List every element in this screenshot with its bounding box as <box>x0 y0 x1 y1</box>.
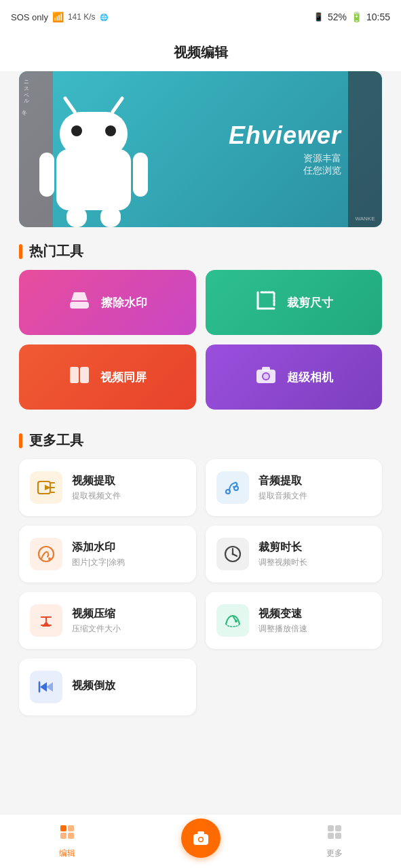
reverse-video-text: 视频倒放 <box>72 679 115 695</box>
battery-label: 52% <box>328 12 347 22</box>
hot-tools-title: 热门工具 <box>29 242 83 260</box>
svg-rect-17 <box>262 367 270 371</box>
trim-duration-text: 裁剪时长 调整视频时长 <box>259 540 307 568</box>
compress-video-icon <box>30 604 62 637</box>
more-tools-title: 更多工具 <box>29 431 83 450</box>
hot-tool-split-screen[interactable]: 视频同屏 <box>19 344 196 410</box>
video-extract-icon <box>30 471 62 504</box>
change-speed-text: 视频变速 调整播放倍速 <box>259 607 307 635</box>
svg-line-4 <box>65 98 75 112</box>
svg-point-23 <box>226 490 230 494</box>
svg-rect-49 <box>328 825 334 831</box>
banner-text: Ehviewer 资源丰富 任您浏览 <box>229 121 341 177</box>
super-camera-label: 超级相机 <box>287 370 333 385</box>
banner-side-right: WANKE <box>348 71 382 227</box>
more-tool-reverse-video[interactable]: 视频倒放 <box>19 658 196 715</box>
svg-rect-6 <box>39 153 54 197</box>
erase-watermark-label: 擦除水印 <box>101 295 147 311</box>
split-screen-label: 视频同屏 <box>100 370 147 385</box>
svg-rect-7 <box>133 153 148 197</box>
change-speed-icon <box>216 604 249 637</box>
svg-marker-37 <box>40 682 47 692</box>
hot-tool-super-camera[interactable]: 超级相机 <box>206 344 383 410</box>
svg-rect-0 <box>56 149 131 210</box>
time-label: 10:55 <box>366 12 390 22</box>
sim-icon: 📱 <box>313 12 324 22</box>
add-watermark-text: 添加水印 图片|文字|涂鸦 <box>72 540 125 568</box>
svg-marker-11 <box>71 292 88 300</box>
crop-icon <box>254 289 278 317</box>
android-bot-icon <box>39 92 148 227</box>
svg-rect-51 <box>328 833 334 839</box>
status-bar: SOS only 📶 141 K/s 🌐 📱 52% 🔋 10:55 <box>0 0 401 34</box>
svg-point-26 <box>48 557 51 560</box>
hot-tools-header: 热门工具 <box>0 227 401 270</box>
svg-rect-8 <box>66 207 87 227</box>
more-tools-header: 更多工具 <box>0 416 401 459</box>
add-watermark-icon <box>30 538 62 570</box>
more-nav-label: 更多 <box>326 848 343 859</box>
audio-extract-text: 音频提取 提取音频文件 <box>259 474 307 502</box>
bottom-nav: 编辑 更多 <box>0 814 401 868</box>
svg-rect-40 <box>60 825 66 831</box>
svg-rect-42 <box>60 833 66 839</box>
section-bar <box>19 244 22 259</box>
svg-rect-12 <box>70 367 79 383</box>
svg-rect-52 <box>335 833 341 839</box>
banner-tagline1: 资源丰富 <box>229 153 341 165</box>
hot-tool-crop-size[interactable]: 裁剪尺寸 <box>206 270 383 335</box>
svg-rect-41 <box>68 825 74 831</box>
split-screen-icon <box>68 363 91 391</box>
svg-rect-48 <box>197 831 204 835</box>
svg-point-36 <box>235 620 237 623</box>
hot-tool-erase-watermark[interactable]: 擦除水印 <box>19 270 196 335</box>
page-title: 视频编辑 <box>0 34 401 71</box>
battery-icon: 🔋 <box>351 12 362 22</box>
nav-item-camera[interactable] <box>134 818 267 865</box>
more-tool-video-extract[interactable]: 视频提取 提取视频文件 <box>19 459 196 516</box>
svg-rect-13 <box>80 367 89 383</box>
more-tool-compress-video[interactable]: 视频压缩 压缩文件大小 <box>19 592 196 649</box>
svg-rect-10 <box>70 302 89 309</box>
more-nav-icon <box>326 823 343 845</box>
banner-tagline2: 任您浏览 <box>229 165 341 177</box>
speed-label: 141 K/s <box>68 12 96 22</box>
audio-extract-icon <box>216 471 249 504</box>
hot-tools-grid: 擦除水印 裁剪尺寸 视频同屏 <box>0 270 401 416</box>
erase-watermark-icon <box>67 288 92 317</box>
svg-point-24 <box>234 486 238 490</box>
camera-icon <box>254 363 278 391</box>
banner[interactable]: ニスペル 冬 Ehviewer 资源丰富 任您浏览 WANKE <box>19 71 382 227</box>
more-tool-add-watermark[interactable]: 添加水印 图片|文字|涂鸦 <box>19 526 196 583</box>
banner-app-name: Ehviewer <box>229 121 341 150</box>
svg-rect-50 <box>335 825 341 831</box>
crop-size-label: 裁剪尺寸 <box>287 295 333 311</box>
svg-rect-1 <box>60 112 128 156</box>
edit-nav-label: 编辑 <box>59 848 75 859</box>
svg-rect-9 <box>100 207 121 227</box>
compress-video-text: 视频压缩 压缩文件大小 <box>72 607 121 635</box>
camera-center-button[interactable] <box>181 818 221 858</box>
svg-point-16 <box>263 374 269 379</box>
reverse-video-icon <box>30 671 62 703</box>
edit-nav-icon <box>58 823 76 845</box>
nav-item-edit[interactable]: 编辑 <box>0 823 134 859</box>
status-right: 📱 52% 🔋 10:55 <box>313 12 390 22</box>
video-extract-text: 视频提取 提取视频文件 <box>72 474 121 502</box>
more-tool-audio-extract[interactable]: 音频提取 提取音频文件 <box>206 459 383 516</box>
svg-point-2 <box>71 125 82 136</box>
svg-point-47 <box>199 837 202 841</box>
sos-label: SOS only <box>11 12 48 22</box>
svg-marker-38 <box>46 682 53 692</box>
network-icon: 🌐 <box>100 14 108 21</box>
more-tools-grid: 视频提取 提取视频文件 音频提取 提取音频文件 添加水印 <box>0 459 401 725</box>
signal-icon: 📶 <box>52 12 64 22</box>
svg-line-5 <box>113 98 122 112</box>
svg-point-3 <box>105 125 116 136</box>
more-tool-trim-duration[interactable]: 裁剪时长 调整视频时长 <box>206 526 383 583</box>
nav-item-more[interactable]: 更多 <box>267 823 401 859</box>
status-left: SOS only 📶 141 K/s 🌐 <box>11 12 108 22</box>
more-tool-change-speed[interactable]: 视频变速 调整播放倍速 <box>206 592 383 649</box>
trim-duration-icon <box>216 538 249 570</box>
more-tools-bar <box>19 433 22 448</box>
